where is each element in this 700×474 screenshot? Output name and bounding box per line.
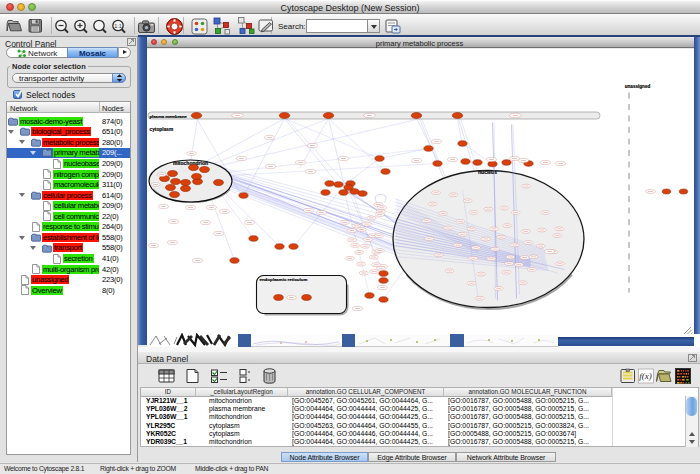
svg-text:plasma membrane: plasma membrane	[149, 113, 187, 118]
svg-text:f(x): f(x)	[639, 371, 652, 381]
svg-text:cytoplasm: cytoplasm	[149, 127, 173, 132]
svg-text:unassigned: unassigned	[624, 83, 650, 88]
svg-text:endoplasmic reticulum: endoplasmic reticulum	[259, 277, 307, 282]
svg-text:1:1: 1:1	[114, 23, 122, 29]
